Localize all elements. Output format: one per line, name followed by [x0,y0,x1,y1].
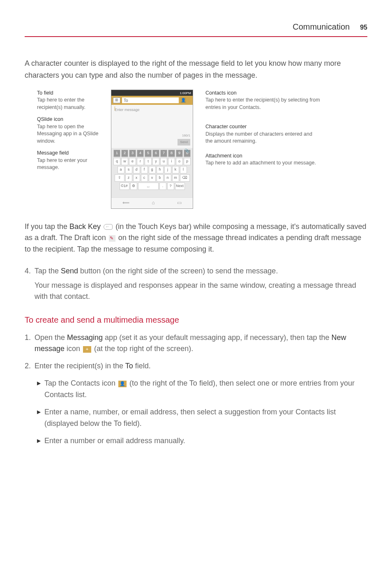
phone-screenshot: 1:00PM ⊞ To 👤 ⋮ Enter message 160/1 Send… [111,90,193,209]
phone-message-area: Enter message 160/1 Send 📎 [111,105,193,148]
attachment-label: Attachment icon Tap here to add an attac… [205,153,321,167]
back-nav-icon: ⟸ [122,199,129,206]
character-counter: 160/1 Send [178,133,190,146]
recent-nav-icon: ▭ [177,199,182,206]
menu-icon: ⋮ [187,97,191,103]
step-4: 4. Tap the Send button (on the right sid… [25,266,367,302]
contacts-inline-icon: 👤 [118,381,127,387]
send-button: Send [178,139,190,146]
left-annotations: To field Tap here to enter the recipient… [37,90,107,209]
phone-navbar: ⟸ ⌂ ▭ [111,197,193,208]
contacts-icon-label: Contacts icon Tap here to enter the reci… [205,90,321,111]
home-nav-icon: ⌂ [152,199,154,206]
to-input: To [122,97,179,103]
page-header: Communication 95 [25,21,367,37]
draft-icon [109,235,115,242]
phone-keyboard: 1234567890 qwertyuiop asdfghjkl ⇧zxcvbnm… [111,148,193,197]
back-key-paragraph: If you tap the Back Key (in the Touch Ke… [25,221,367,256]
mm-step-2: 2. Enter the recipient(s) in the To fiel… [25,361,367,372]
mm-step-1: 1. Open the Messaging app (set it as you… [25,332,367,354]
attachment-icon: 📎 [184,148,189,154]
counter-label: Character counter Displays the number of… [205,123,321,145]
multimedia-heading: To create and send a multimedia message [25,314,367,326]
bullet-manual: ▶ Enter a number or email address manual… [37,435,367,447]
bullet-contacts: ▶ Tap the Contacts icon 👤 (to the right … [37,378,367,401]
right-annotations: Contacts icon Tap here to enter the reci… [205,90,321,209]
new-message-icon: + [83,346,91,353]
back-key-icon [104,224,113,230]
intro-paragraph: A character counter is displayed to the … [25,58,367,81]
section-title: Communication [293,22,350,31]
contacts-icon: 👤 [180,97,186,103]
message-field-label: Message field Tap here to enter your mes… [37,150,107,171]
annotated-diagram: To field Tap here to enter the recipient… [37,90,367,209]
bullet-suggestion: ▶ Enter a name, number, or email address… [37,407,367,430]
qslide-label: QSlide icon Tap here to open the Messagi… [37,116,107,145]
phone-to-row: ⊞ To 👤 ⋮ [111,96,193,105]
qslide-icon: ⊞ [113,97,120,103]
phone-statusbar: 1:00PM [111,90,193,96]
to-field-label: To field Tap here to enter the recipient… [37,90,107,111]
page-number: 95 [360,24,367,31]
